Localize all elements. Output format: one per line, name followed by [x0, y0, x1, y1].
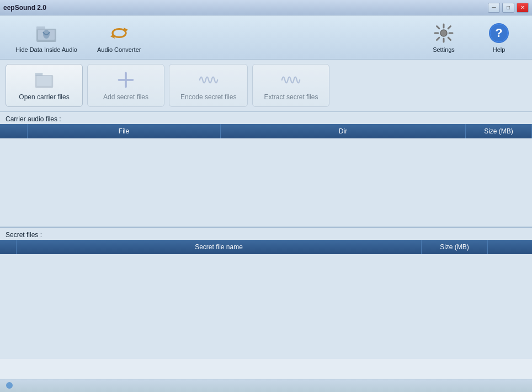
carrier-table-header: File Dir Size (MB)	[0, 124, 532, 138]
app-title: eepSound 2.0	[3, 4, 46, 12]
encode-secret-label: Encode secret files	[180, 93, 236, 101]
statusbar	[0, 379, 532, 392]
secret-col-check	[0, 240, 17, 254]
converter-label: Audio Converter	[97, 46, 141, 53]
carrier-table-body	[0, 138, 532, 227]
open-carrier-button[interactable]: Open carrier files	[6, 64, 83, 107]
extract-secret-label: Extract secret files	[264, 93, 318, 101]
open-carrier-label: Open carrier files	[19, 93, 69, 101]
secret-table-header: Secret file name Size (MB)	[0, 240, 532, 254]
hide-data-icon	[35, 22, 57, 44]
carrier-col-file: File	[28, 124, 221, 138]
secret-col-name: Secret file name	[17, 240, 422, 254]
carrier-section: Carrier audio files : File Dir Size (MB)	[0, 112, 532, 228]
secret-section-label: Secret files :	[0, 228, 532, 240]
svg-text:?: ?	[495, 26, 502, 40]
svg-point-23	[6, 382, 13, 389]
converter-icon	[108, 22, 130, 44]
action-buttons-row: Open carrier files Add secret files Enco…	[0, 60, 532, 112]
hide-data-label: Hide Data Inside Audio	[15, 46, 77, 53]
add-secret-label: Add secret files	[103, 93, 148, 101]
svg-line-14	[437, 37, 439, 40]
add-secret-button[interactable]: Add secret files	[87, 64, 164, 107]
carrier-col-size: Size (MB)	[466, 124, 532, 138]
settings-icon	[433, 22, 455, 44]
secret-table-body	[0, 254, 532, 359]
window-controls: ─ □ ✕	[488, 3, 529, 13]
help-label: Help	[493, 46, 506, 53]
statusbar-icon	[6, 382, 13, 390]
close-button[interactable]: ✕	[517, 3, 529, 13]
toolbar-item-converter[interactable]: Audio Converter	[87, 18, 151, 57]
svg-line-12	[448, 37, 450, 40]
extract-secret-icon	[281, 70, 301, 90]
open-carrier-icon	[34, 70, 54, 90]
svg-line-11	[437, 26, 439, 28]
extract-secret-button[interactable]: Extract secret files	[252, 64, 329, 107]
svg-rect-1	[36, 26, 45, 30]
carrier-col-dir: Dir	[221, 124, 466, 138]
settings-label: Settings	[433, 46, 455, 53]
add-secret-icon	[116, 70, 136, 90]
encode-secret-button[interactable]: Encode secret files	[169, 64, 248, 107]
carrier-col-num	[0, 124, 28, 138]
maximize-button[interactable]: □	[502, 3, 514, 13]
toolbar-item-help[interactable]: ? Help	[471, 18, 526, 57]
toolbar-item-settings[interactable]: Settings	[416, 18, 471, 57]
help-icon: ?	[488, 22, 510, 44]
main-toolbar: Hide Data Inside Audio Audio Converter	[0, 15, 532, 60]
secret-col-extra	[488, 240, 532, 254]
titlebar: eepSound 2.0 ─ □ ✕	[0, 0, 532, 15]
secret-col-size: Size (MB)	[422, 240, 488, 254]
secret-section: Secret files : Secret file name Size (MB…	[0, 228, 532, 379]
svg-rect-20	[37, 76, 52, 86]
minimize-button[interactable]: ─	[488, 3, 500, 13]
svg-rect-19	[35, 73, 43, 76]
carrier-section-label: Carrier audio files :	[0, 112, 532, 124]
encode-secret-icon	[199, 70, 219, 90]
toolbar-item-hide-data[interactable]: Hide Data Inside Audio	[6, 18, 87, 57]
svg-point-6	[440, 30, 447, 36]
svg-line-13	[448, 26, 450, 28]
